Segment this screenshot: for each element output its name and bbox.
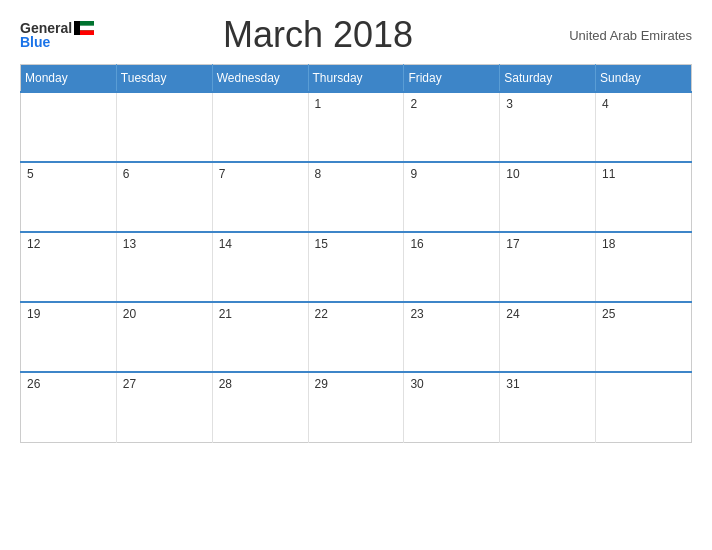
calendar-body: 1234567891011121314151617181920212223242… xyxy=(21,92,692,442)
day-number: 11 xyxy=(602,167,615,181)
day-number: 2 xyxy=(410,97,417,111)
logo-flag-icon xyxy=(74,21,94,35)
calendar-cell: 28 xyxy=(212,372,308,442)
calendar-cell: 25 xyxy=(596,302,692,372)
day-number: 13 xyxy=(123,237,136,251)
calendar-cell: 18 xyxy=(596,232,692,302)
calendar-cell: 11 xyxy=(596,162,692,232)
day-number: 3 xyxy=(506,97,513,111)
calendar-cell: 1 xyxy=(308,92,404,162)
day-number: 14 xyxy=(219,237,232,251)
calendar-cell: 17 xyxy=(500,232,596,302)
calendar-cell: 13 xyxy=(116,232,212,302)
logo: General Blue xyxy=(20,21,94,49)
calendar-cell: 9 xyxy=(404,162,500,232)
calendar-cell: 29 xyxy=(308,372,404,442)
calendar-cell: 22 xyxy=(308,302,404,372)
day-number: 29 xyxy=(315,377,328,391)
day-number: 6 xyxy=(123,167,130,181)
day-number: 30 xyxy=(410,377,423,391)
svg-rect-2 xyxy=(80,21,94,26)
svg-rect-1 xyxy=(74,21,80,35)
calendar-cell xyxy=(596,372,692,442)
calendar-table: Monday Tuesday Wednesday Thursday Friday… xyxy=(20,64,692,443)
day-number: 1 xyxy=(315,97,322,111)
calendar-cell: 20 xyxy=(116,302,212,372)
calendar-cell: 14 xyxy=(212,232,308,302)
col-monday: Monday xyxy=(21,65,117,93)
calendar-cell: 8 xyxy=(308,162,404,232)
day-number: 15 xyxy=(315,237,328,251)
day-number: 7 xyxy=(219,167,226,181)
day-number: 31 xyxy=(506,377,519,391)
day-number: 23 xyxy=(410,307,423,321)
calendar-cell xyxy=(116,92,212,162)
calendar-cell: 23 xyxy=(404,302,500,372)
day-number: 25 xyxy=(602,307,615,321)
col-friday: Friday xyxy=(404,65,500,93)
logo-blue-text: Blue xyxy=(20,35,50,49)
calendar-cell: 19 xyxy=(21,302,117,372)
calendar-cell: 3 xyxy=(500,92,596,162)
svg-rect-3 xyxy=(80,26,94,31)
day-number: 10 xyxy=(506,167,519,181)
col-saturday: Saturday xyxy=(500,65,596,93)
calendar-cell: 30 xyxy=(404,372,500,442)
calendar-cell: 21 xyxy=(212,302,308,372)
day-number: 9 xyxy=(410,167,417,181)
calendar-cell: 10 xyxy=(500,162,596,232)
calendar-cell: 7 xyxy=(212,162,308,232)
calendar-cell: 4 xyxy=(596,92,692,162)
calendar-cell: 31 xyxy=(500,372,596,442)
day-number: 18 xyxy=(602,237,615,251)
calendar-cell: 5 xyxy=(21,162,117,232)
day-number: 8 xyxy=(315,167,322,181)
calendar-cell: 27 xyxy=(116,372,212,442)
day-number: 20 xyxy=(123,307,136,321)
calendar-cell xyxy=(21,92,117,162)
col-wednesday: Wednesday xyxy=(212,65,308,93)
col-thursday: Thursday xyxy=(308,65,404,93)
day-number: 21 xyxy=(219,307,232,321)
calendar-title: March 2018 xyxy=(94,14,542,56)
day-number: 12 xyxy=(27,237,40,251)
logo-general-text: General xyxy=(20,21,72,35)
day-number: 4 xyxy=(602,97,609,111)
country-label: United Arab Emirates xyxy=(542,28,692,43)
calendar-cell: 6 xyxy=(116,162,212,232)
day-number: 27 xyxy=(123,377,136,391)
day-number: 16 xyxy=(410,237,423,251)
col-tuesday: Tuesday xyxy=(116,65,212,93)
calendar-cell: 16 xyxy=(404,232,500,302)
day-number: 24 xyxy=(506,307,519,321)
day-number: 28 xyxy=(219,377,232,391)
calendar-cell: 15 xyxy=(308,232,404,302)
calendar-header-row: Monday Tuesday Wednesday Thursday Friday… xyxy=(21,65,692,93)
calendar-cell: 24 xyxy=(500,302,596,372)
day-number: 19 xyxy=(27,307,40,321)
calendar-cell: 12 xyxy=(21,232,117,302)
calendar-header: General Blue March 2018 United Arab Emir… xyxy=(20,10,692,60)
day-number: 26 xyxy=(27,377,40,391)
calendar-cell: 2 xyxy=(404,92,500,162)
calendar-cell xyxy=(212,92,308,162)
day-number: 17 xyxy=(506,237,519,251)
day-number: 5 xyxy=(27,167,34,181)
day-number: 22 xyxy=(315,307,328,321)
svg-rect-4 xyxy=(80,30,94,35)
calendar-cell: 26 xyxy=(21,372,117,442)
col-sunday: Sunday xyxy=(596,65,692,93)
